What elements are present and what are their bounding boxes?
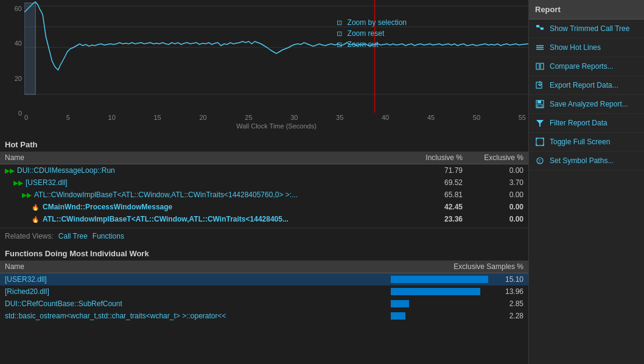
functions-table-header: Name Exclusive Samples %: [0, 261, 528, 273]
zoom-out-icon: ⊡: [335, 40, 344, 49]
func-row[interactable]: DUI::CRefCountBase::SubRefCount 2.85: [0, 298, 528, 310]
svg-rect-13: [541, 63, 544, 69]
fullscreen-icon: [535, 137, 545, 147]
func-row[interactable]: std::basic_ostream<wchar_t,std::char_tra…: [0, 310, 528, 322]
hot-path-inclusive-3: 42.45: [402, 203, 463, 211]
y-label-60: 60: [2, 5, 22, 12]
sidebar: Report Show Trimmed Call Tree Show Hot L…: [528, 0, 644, 364]
compare-icon: [535, 61, 545, 71]
hot-path-inclusive-2: 65.81: [402, 191, 463, 199]
func-bar-container-3: [391, 312, 488, 320]
show-trimmed-call-tree-label: Show Trimmed Call Tree: [550, 24, 629, 33]
func-col-samples-header: Exclusive Samples %: [453, 262, 523, 271]
sidebar-item-show-trimmed-call-tree[interactable]: Show Trimmed Call Tree: [529, 19, 644, 38]
x-label-5: 5: [66, 114, 70, 121]
table-row[interactable]: ▶▶ ATL::CWindowImplBaseT<ATL::CWindow,AT…: [0, 189, 528, 201]
func-bar-container-2: [391, 299, 488, 308]
zoom-by-selection[interactable]: ⊡ Zoom by selection: [335, 18, 407, 27]
func-name-3: std::basic_ostream<wchar_t,std::char_tra…: [5, 312, 391, 320]
zoom-controls: ⊡ Zoom by selection ⊡ Zoom reset ⊡ Zoom …: [335, 18, 407, 49]
y-axis: 60 40 20 0: [0, 0, 24, 134]
x-label-45: 45: [427, 114, 435, 121]
green-arrow-icon: ▶▶: [5, 166, 15, 175]
green-arrow-icon: ▶▶: [22, 190, 32, 200]
related-views: Related Views: Call Tree Functions: [0, 228, 528, 244]
flame-icon: 🔥: [30, 202, 40, 212]
func-row[interactable]: [USER32.dll] 15.10: [0, 273, 528, 285]
svg-line-8: [539, 26, 541, 29]
func-bar-0: [391, 276, 488, 283]
func-name-2: DUI::CRefCountBase::SubRefCount: [5, 299, 391, 308]
func-row[interactable]: [Riched20.dll] 13.96: [0, 285, 528, 298]
hot-path-exclusive-0: 0.00: [463, 166, 523, 175]
func-col-name-header: Name: [5, 262, 453, 271]
x-label-35: 35: [336, 114, 343, 121]
table-row[interactable]: 🔥 ATL::CWindowImplBaseT<ATL::CWindow,ATL…: [0, 213, 528, 225]
hot-path-exclusive-2: 0.00: [463, 191, 523, 199]
zoom-reset-icon: ⊡: [335, 29, 344, 38]
chart-svg: [24, 0, 528, 113]
func-bar-container-0: [391, 275, 488, 284]
col-name-header: Name: [5, 153, 402, 162]
y-label-20: 20: [2, 75, 22, 82]
set-symbol-paths-label: Set Symbol Paths...: [550, 156, 614, 165]
col-inclusive-header: Inclusive %: [402, 153, 463, 162]
sidebar-item-save-report[interactable]: Save Analyzed Report...: [529, 95, 644, 114]
functions-section: Functions Doing Most Individual Work Nam…: [0, 244, 528, 364]
call-tree-link[interactable]: Call Tree: [58, 232, 88, 240]
sidebar-item-toggle-fullscreen[interactable]: Toggle Full Screen: [529, 133, 644, 152]
hot-path-inclusive-4: 23.36: [402, 215, 463, 223]
main-panel: 60 40 20 0: [0, 0, 528, 364]
func-value-2: 2.85: [493, 299, 523, 308]
sidebar-item-show-hot-lines[interactable]: Show Hot Lines: [529, 38, 644, 57]
sidebar-item-compare-reports[interactable]: Compare Reports...: [529, 57, 644, 76]
col-exclusive-header: Exclusive %: [463, 153, 523, 162]
hot-path-name-0: DUI::CDUIMessageLoop::Run: [17, 166, 402, 175]
toggle-fullscreen-label: Toggle Full Screen: [550, 138, 610, 146]
hot-path-name-3: CMainWnd::ProcessWindowMessage: [43, 203, 402, 211]
svg-rect-6: [536, 25, 539, 27]
hot-path-name-1: [USER32.dll]: [26, 178, 402, 187]
svg-rect-12: [536, 63, 539, 69]
svg-rect-20: [536, 138, 544, 145]
hot-path-inclusive-0: 71.79: [402, 166, 463, 175]
y-label-0: 0: [2, 110, 22, 117]
save-report-label: Save Analyzed Report...: [550, 100, 628, 108]
filter-report-label: Filter Report Data: [550, 119, 607, 127]
export-report-label: Export Report Data...: [550, 81, 618, 89]
func-bar-2: [391, 300, 409, 307]
x-label-50: 50: [473, 114, 480, 121]
zoom-reset[interactable]: ⊡ Zoom reset: [335, 29, 407, 38]
filter-icon: [535, 118, 545, 128]
sidebar-item-set-symbol-paths[interactable]: ∑ Set Symbol Paths...: [529, 152, 644, 170]
zoom-out[interactable]: ⊡ Zoom out: [335, 40, 407, 49]
sidebar-item-filter-report[interactable]: Filter Report Data: [529, 114, 644, 133]
table-row[interactable]: 🔥 CMainWnd::ProcessWindowMessage 42.45 0…: [0, 201, 528, 213]
func-bar-container-1: [391, 287, 488, 296]
table-row[interactable]: ▶▶ DUI::CDUIMessageLoop::Run 71.79 0.00: [0, 164, 528, 177]
hot-lines-icon: [535, 43, 545, 52]
hot-path-section: Hot Path Name Inclusive % Exclusive % ▶▶…: [0, 134, 528, 228]
svg-marker-19: [536, 120, 544, 127]
func-bar-3: [391, 312, 405, 320]
related-views-label: Related Views:: [5, 232, 54, 240]
hot-path-exclusive-3: 0.00: [463, 203, 523, 211]
save-icon: [535, 99, 545, 109]
chart-area: 60 40 20 0: [0, 0, 528, 134]
func-value-0: 15.10: [493, 275, 523, 284]
func-bar-1: [391, 288, 480, 295]
hot-path-header: Name Inclusive % Exclusive %: [0, 152, 528, 164]
func-name-1: [Riched20.dll]: [5, 287, 391, 296]
green-arrow-icon: ▶▶: [13, 178, 23, 187]
table-row[interactable]: ▶▶ [USER32.dll] 69.52 3.70: [0, 177, 528, 189]
x-label-15: 15: [153, 114, 161, 121]
zoom-by-selection-label: Zoom by selection: [348, 18, 407, 27]
sidebar-item-export-report[interactable]: Export Report Data...: [529, 76, 644, 95]
hot-path-exclusive-4: 0.00: [463, 215, 523, 223]
hot-path-title: Hot Path: [0, 136, 528, 152]
functions-link[interactable]: Functions: [93, 232, 124, 240]
export-icon: [535, 80, 545, 90]
x-axis-label: Wall Clock Time (Seconds): [24, 121, 528, 130]
zoom-selection-icon: ⊡: [335, 18, 344, 27]
x-label-10: 10: [108, 114, 116, 121]
